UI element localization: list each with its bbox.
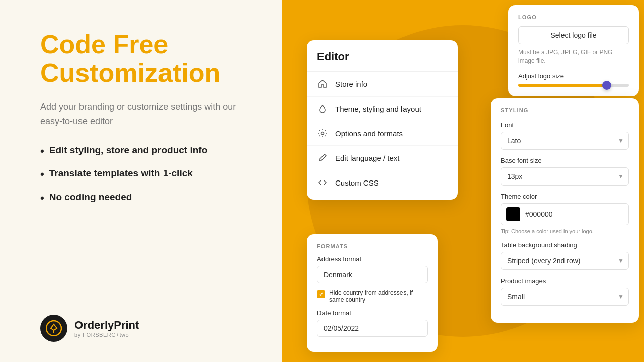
logo-card: LOGO Select logo file Must be a JPG, JPE… — [508, 5, 639, 96]
subtitle: Add your branding or customize settings … — [40, 100, 242, 129]
bullet-list: Edit styling, store and product info Tra… — [40, 145, 252, 205]
editor-title: Editor — [307, 50, 458, 72]
logo-section-title: LOGO — [518, 14, 629, 20]
editor-menu-item-theme[interactable]: Theme, styling and layout — [307, 97, 458, 121]
font-label: Font — [501, 121, 629, 129]
menu-label-css: Custom CSS — [335, 178, 379, 187]
font-size-select-wrap: 13px ▼ — [501, 167, 629, 186]
color-swatch — [506, 207, 520, 221]
brand-footer: OrderlyPrint by FORSBERG+two — [40, 315, 252, 342]
font-size-select[interactable]: 13px — [501, 167, 629, 186]
editor-card: Editor Store info Theme, styling and lay… — [307, 40, 458, 200]
color-hint: Tip: Choose a color used in your logo. — [501, 228, 629, 234]
brand-sub: by FORSBERG+two — [74, 332, 139, 338]
date-format-label: Date format — [317, 309, 428, 317]
font-select-wrap: Lato ▼ — [501, 132, 629, 150]
editor-menu-item-options[interactable]: Options and formats — [307, 121, 458, 146]
product-images-select[interactable]: Small — [501, 288, 629, 306]
pencil-icon — [317, 152, 328, 163]
editor-menu-item-store-info[interactable]: Store info — [307, 72, 458, 97]
hide-country-checkbox[interactable] — [317, 290, 325, 298]
left-panel: Code Free Customization Add your brandin… — [0, 0, 282, 362]
styling-card: STYLING Font Lato ▼ Base font size 13px … — [491, 98, 639, 323]
gear-icon — [317, 128, 328, 139]
styling-section-title: STYLING — [501, 107, 629, 113]
bullet-item-1: Edit styling, store and product info — [40, 145, 252, 158]
product-images-label: Product images — [501, 277, 629, 285]
bg-shading-select-wrap: Striped (every 2nd row) ▼ — [501, 252, 629, 270]
product-images-select-wrap: Small ▼ — [501, 288, 629, 306]
hide-country-row: Hide country from addresses, if same cou… — [317, 289, 428, 303]
formats-section-title: FORMATS — [317, 243, 428, 249]
address-format-value: Denmark — [317, 266, 428, 283]
menu-label-options: Options and formats — [335, 129, 403, 138]
theme-color-row[interactable]: #000000 — [501, 203, 629, 225]
address-format-label: Address format — [317, 255, 428, 263]
logo-slider-thumb — [602, 81, 611, 90]
bg-shading-select[interactable]: Striped (every 2nd row) — [501, 252, 629, 270]
color-value: #000000 — [525, 210, 553, 218]
headline-line2: Customization — [40, 58, 220, 87]
drop-icon — [317, 103, 328, 114]
menu-label-store-info: Store info — [335, 80, 367, 88]
bullet-item-2: Translate templates with 1-click — [40, 168, 252, 181]
date-format-value: 02/05/2022 — [317, 320, 428, 337]
theme-color-label: Theme color — [501, 193, 629, 200]
formats-card: FORMATS Address format Denmark Hide coun… — [307, 234, 438, 352]
headline-line1: Code Free — [40, 30, 168, 59]
svg-point-1 — [321, 132, 324, 135]
select-logo-button[interactable]: Select logo file — [518, 26, 629, 44]
brand-logo-icon — [40, 315, 67, 342]
right-panel: Editor Store info Theme, styling and lay… — [282, 0, 644, 362]
font-select[interactable]: Lato — [501, 132, 629, 150]
menu-label-theme: Theme, styling and layout — [335, 105, 421, 113]
editor-menu-item-language[interactable]: Edit language / text — [307, 146, 458, 170]
editor-menu-item-css[interactable]: Custom CSS — [307, 170, 458, 195]
home-icon — [317, 78, 328, 89]
bg-shading-label: Table background shading — [501, 241, 629, 249]
logo-size-slider[interactable] — [518, 84, 629, 87]
font-size-label: Base font size — [501, 157, 629, 164]
logo-size-label: Adjust logo size — [518, 72, 629, 80]
logo-hint: Must be a JPG, JPEG, GIF or PNG image fi… — [518, 48, 629, 65]
brand-text: OrderlyPrint by FORSBERG+two — [74, 319, 139, 338]
svg-point-0 — [46, 321, 61, 336]
left-content: Code Free Customization Add your brandin… — [40, 30, 252, 215]
bullet-item-3: No coding needed — [40, 192, 252, 205]
headline: Code Free Customization — [40, 30, 252, 87]
brand-name: OrderlyPrint — [74, 319, 139, 332]
hide-country-label: Hide country from addresses, if same cou… — [329, 289, 428, 303]
code-icon — [317, 177, 328, 188]
menu-label-language: Edit language / text — [335, 154, 399, 162]
